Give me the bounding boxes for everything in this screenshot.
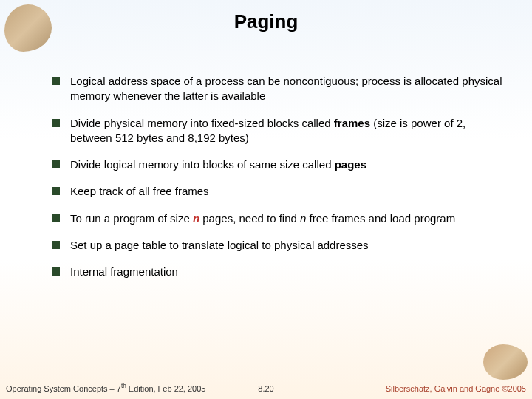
square-bullet-icon bbox=[52, 77, 60, 85]
dinosaur-logo-bottom-right bbox=[483, 344, 528, 380]
bullet-item: Divide logical memory into blocks of sam… bbox=[52, 157, 502, 172]
bullet-text: To run a program of size n pages, need t… bbox=[70, 211, 502, 226]
square-bullet-icon bbox=[52, 241, 60, 249]
bullet-item: Set up a page table to translate logical… bbox=[52, 238, 502, 253]
square-bullet-icon bbox=[52, 119, 60, 127]
bullet-item: Logical address space of a process can b… bbox=[52, 74, 502, 104]
bullet-item: Keep track of all free frames bbox=[52, 184, 502, 199]
square-bullet-icon bbox=[52, 214, 60, 222]
bullet-item: Divide physical memory into fixed-sized … bbox=[52, 116, 502, 146]
bullet-text: Logical address space of a process can b… bbox=[70, 74, 502, 104]
bullet-item: Internal fragmentation bbox=[52, 265, 502, 279]
bullet-text: Internal fragmentation bbox=[70, 265, 502, 279]
bullet-list: Logical address space of a process can b… bbox=[52, 74, 502, 291]
bullet-item: To run a program of size n pages, need t… bbox=[52, 211, 502, 226]
bullet-text: Divide physical memory into fixed-sized … bbox=[70, 116, 502, 146]
bullet-text: Keep track of all free frames bbox=[70, 184, 502, 199]
square-bullet-icon bbox=[52, 267, 60, 276]
bullet-text: Set up a page table to translate logical… bbox=[70, 238, 502, 253]
bullet-text: Divide logical memory into blocks of sam… bbox=[70, 157, 502, 172]
square-bullet-icon bbox=[52, 187, 60, 195]
slide-title: Paging bbox=[0, 10, 532, 33]
footer-right-text: Silberschatz, Galvin and Gagne ©2005 bbox=[386, 384, 526, 393]
square-bullet-icon bbox=[52, 160, 60, 168]
slide-footer: Operating System Concepts – 7th Edition,… bbox=[0, 381, 532, 393]
